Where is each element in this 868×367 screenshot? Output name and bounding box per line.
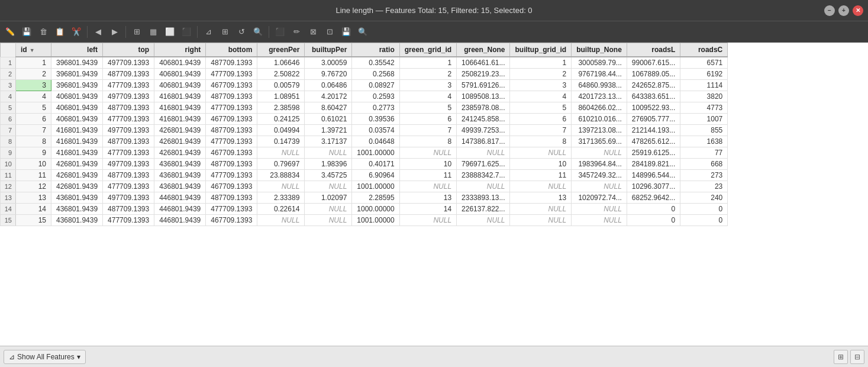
deselect-icon[interactable]: ⬛ [179, 24, 194, 40]
table-header-row: id▼lefttoprightbottomgreenPerbuiltupPerr… [1, 43, 728, 57]
cell-left: 436801.9439 [51, 192, 103, 204]
table-row[interactable]: 1212426801.9439477709.1393436801.9439467… [1, 181, 728, 192]
edit-icon[interactable]: ✏️ [2, 24, 18, 40]
cell-bottom: 467709.1393 [206, 215, 257, 226]
row-number: 2 [1, 69, 16, 80]
row-number: 12 [1, 181, 16, 192]
forward-icon[interactable]: ▶ [107, 24, 122, 40]
back-icon[interactable]: ◀ [91, 24, 106, 40]
cell-ratio: 1000.00000 [352, 204, 399, 215]
sort-icon: ▼ [30, 47, 35, 53]
cut-icon[interactable]: ✂️ [69, 24, 84, 40]
table-row[interactable]: 88416801.9439487709.1393426801.943947770… [1, 136, 728, 147]
save-icon[interactable]: 💾 [19, 24, 34, 40]
bottom-bar: ⊿ Show All Features ▾ ⊞ ⊟ [0, 346, 868, 367]
toolbar-separator [87, 26, 88, 38]
cell-id: 14 [16, 204, 51, 215]
cell-ratio: 1001.00000 [352, 181, 399, 192]
grid-icon[interactable]: ▦ [146, 24, 161, 40]
cell-green_None: 147386.817... [457, 136, 510, 147]
cell-builtup_grid_id: NULL [510, 215, 572, 226]
cell-roadsL: 25919.6125... [627, 147, 680, 159]
zoom2-icon[interactable]: 🔍 [355, 24, 370, 40]
save2-icon[interactable]: 💾 [338, 24, 354, 40]
search-icon[interactable]: 🔍 [250, 24, 266, 40]
filter-icon[interactable]: ⊿ [201, 24, 216, 40]
table-row[interactable]: 11396801.9439497709.1393406801.943948770… [1, 57, 728, 69]
cell-right: 436801.9439 [154, 181, 206, 192]
table-row[interactable]: 99416801.9439477709.1393426801.943946770… [1, 147, 728, 159]
cell-builtupPer: 3.00059 [305, 57, 352, 69]
cell-right: 436801.9439 [154, 159, 206, 170]
cell-ratio: 0.40171 [352, 159, 399, 170]
cell-id: 15 [16, 215, 51, 226]
show-all-features-button[interactable]: ⊿ Show All Features ▾ [4, 350, 86, 364]
table-row[interactable]: 55406801.9439487709.1393416801.943947770… [1, 102, 728, 114]
row-number: 13 [1, 192, 16, 204]
col-header-id[interactable]: id▼ [16, 43, 51, 57]
cell-top: 477709.1393 [103, 114, 154, 125]
col-header-roadsL: roadsL [627, 43, 680, 57]
cell-roadsC: 273 [680, 170, 728, 181]
cell-builtup_grid_id: NULL [510, 147, 572, 159]
row-number: 1 [1, 57, 16, 69]
col-header-green_None: green_None [457, 43, 510, 57]
col-header-greenPer: greenPer [257, 43, 305, 57]
table-row[interactable]: 77416801.9439497709.1393426801.943948770… [1, 125, 728, 136]
rotate-icon[interactable]: ↺ [234, 24, 249, 40]
cell-ratio: 0.2773 [352, 102, 399, 114]
cell-greenPer: NULL [257, 215, 305, 226]
cell-greenPer: NULL [257, 181, 305, 192]
cell-greenPer: 0.22614 [257, 204, 305, 215]
cell-green_None: 2333893.13... [457, 192, 510, 204]
table-row[interactable]: 1111426801.9439487709.1393436801.9439477… [1, 170, 728, 181]
table-row[interactable]: 1414436801.9439487709.1393446801.9439477… [1, 204, 728, 215]
dropdown-arrow-icon: ▾ [77, 353, 80, 361]
cell-green_None: NULL [457, 181, 510, 192]
cell-bottom: 467709.1393 [206, 114, 257, 125]
cell-green_grid_id: 6 [399, 114, 456, 125]
close-button[interactable]: ✕ [853, 5, 863, 16]
delete-icon[interactable]: 🗑 [36, 24, 51, 40]
col-header-builtupPer: builtupPer [305, 43, 352, 57]
cell-id: 10 [16, 159, 51, 170]
table-row[interactable]: 1010426801.9439497709.1393436801.9439487… [1, 159, 728, 170]
cell-bottom: 477709.1393 [206, 170, 257, 181]
cell-right: 416801.9439 [154, 91, 206, 102]
cell-builtup_grid_id: 7 [510, 125, 572, 136]
edit2-icon[interactable]: ✏ [289, 24, 304, 40]
col-header-green_grid_id: green_grid_id [399, 43, 456, 57]
new-icon[interactable]: ⊞ [129, 24, 144, 40]
cell-left: 416801.9439 [51, 136, 103, 147]
cell-id: 13 [16, 192, 51, 204]
minimize-button[interactable]: − [824, 5, 835, 16]
grid-view-icon[interactable]: ⊟ [850, 350, 864, 364]
maximize-button[interactable]: + [838, 5, 849, 16]
cell-roadsC: 4773 [680, 102, 728, 114]
cell-greenPer: 0.14739 [257, 136, 305, 147]
cell-builtupPer: NULL [305, 215, 352, 226]
select3-icon[interactable]: ⊡ [322, 24, 337, 40]
select2-icon[interactable]: ⊠ [305, 24, 321, 40]
cell-bottom: 477709.1393 [206, 136, 257, 147]
copy2-icon[interactable]: ⬛ [272, 24, 288, 40]
cell-right: 446801.9439 [154, 192, 206, 204]
table-container[interactable]: id▼lefttoprightbottomgreenPerbuiltupPerr… [0, 43, 868, 346]
cell-green_None: 5791.69126... [457, 80, 510, 91]
select-icon[interactable]: ⬜ [162, 24, 178, 40]
table-row[interactable]: 33396801.9439477709.1393406801.943946770… [1, 80, 728, 91]
table-row[interactable]: 66406801.9439477709.1393416801.943946770… [1, 114, 728, 125]
cell-builtup_None: 610210.016... [572, 114, 627, 125]
cell-right: 436801.9439 [154, 170, 206, 181]
cell-top: 497709.1393 [103, 57, 154, 69]
table-row[interactable]: 1515436801.9439477709.1393446801.9439467… [1, 215, 728, 226]
zoom-icon[interactable]: ⊞ [217, 24, 233, 40]
cell-builtup_None: NULL [572, 181, 627, 192]
cell-builtupPer: 3.45725 [305, 170, 352, 181]
table-row[interactable]: 1313436801.9439497709.1393446801.9439487… [1, 192, 728, 204]
expand-icon[interactable]: ⊞ [834, 350, 848, 364]
table-row[interactable]: 44406801.9439497709.1393416801.943948770… [1, 91, 728, 102]
copy-icon[interactable]: 📋 [52, 24, 67, 40]
cell-roadsC: 1007 [680, 114, 728, 125]
table-row[interactable]: 22396801.9439487709.1393406801.943947770… [1, 69, 728, 80]
